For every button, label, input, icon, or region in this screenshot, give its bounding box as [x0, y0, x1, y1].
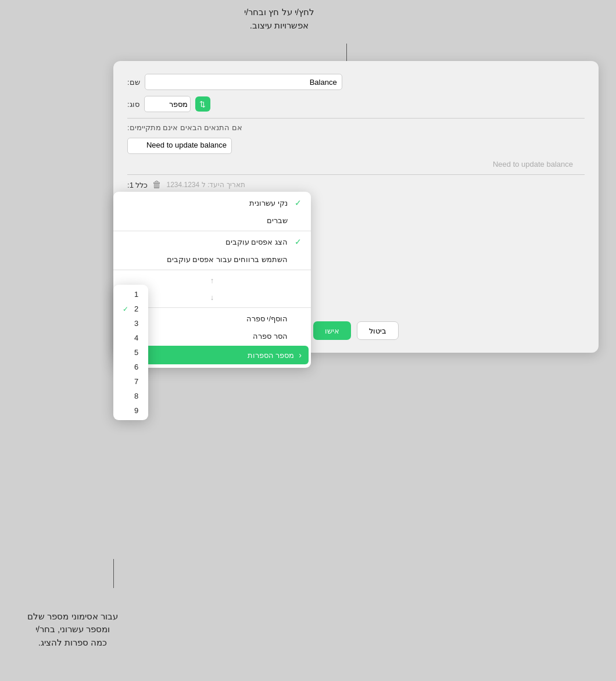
condition-placeholder: Need to update balance	[493, 160, 573, 169]
check-add-digit: ✓	[292, 314, 302, 323]
trash-icon[interactable]: 🗑	[152, 180, 162, 190]
check-6: ✓	[123, 363, 131, 371]
dropdown-divider-1	[113, 231, 311, 231]
submenu-item-3[interactable]: ✓ 3	[113, 316, 148, 331]
name-row: שם:	[127, 74, 585, 90]
annotation-bottom: עבור אסימוני מספר שלם ומספר עשרוני, בחר/…	[17, 610, 128, 650]
submenu-item-4[interactable]: ✓ 4	[113, 331, 148, 345]
submenu-item-7[interactable]: ✓ 7	[113, 374, 148, 389]
check-7: ✓	[123, 378, 131, 386]
condition-placeholder-row: Need to update balance	[127, 160, 585, 169]
type-label: סוג:	[127, 100, 139, 109]
check-5: ✓	[123, 349, 131, 357]
type-row: ⇅ מספר סוג:	[127, 96, 585, 112]
check-1: ✓	[123, 291, 131, 299]
submenu-item-1[interactable]: ✓ 1	[113, 287, 148, 302]
condition-label-row: אם התנאים הבאים אינם מתקיימים:	[127, 123, 585, 132]
check-2: ✓	[123, 305, 131, 313]
condition-label: אם התנאים הבאים אינם מתקיימים:	[127, 123, 242, 132]
check-use-spaces: ✓	[292, 255, 302, 264]
condition-value-row: Need to update balance	[127, 138, 585, 154]
dropdown-item-fractions[interactable]: ✓ שברים	[113, 212, 311, 229]
check-show-zeros: ✓	[292, 237, 302, 246]
submenu-item-9[interactable]: ✓ 9	[113, 403, 148, 418]
dropdown-item-show-zeros[interactable]: ✓ הצג אפסים עוקבים	[113, 233, 311, 250]
submenu-item-8[interactable]: ✓ 8	[113, 389, 148, 403]
check-decimal-clean: ✓	[292, 198, 302, 207]
name-input[interactable]	[145, 74, 342, 90]
date-hint: תאריך היעד: ל‍ 1234.1234	[166, 181, 245, 189]
num-digits-arrow: ‹	[299, 350, 302, 360]
number-submenu: ✓ 1 ✓ 2 ✓ 3 ✓ 4 ✓ 5 ✓ 6 ✓ 7 ✓ 8 ✓ 9	[113, 285, 148, 420]
annotation-top: לחץ/י על חץ ובחר/י אפשרויות עיצוב.	[244, 6, 314, 32]
divider-2	[127, 174, 585, 175]
check-9: ✓	[123, 407, 131, 415]
check-4: ✓	[123, 334, 131, 342]
divider-1	[127, 118, 585, 119]
check-3: ✓	[123, 320, 131, 328]
kll-row: תאריך היעד: ל‍ 1234.1234 🗑 כלל 1:	[127, 180, 585, 190]
kll-label: כלל 1:	[127, 181, 148, 189]
cancel-button[interactable]: ביטול	[357, 321, 399, 340]
dropdown-divider-2	[113, 270, 311, 270]
dropdown-item-use-spaces[interactable]: ✓ השתמש ברווחים עבור אפסים עוקבים	[113, 250, 311, 268]
submenu-item-5[interactable]: ✓ 5	[113, 345, 148, 360]
check-remove-digit: ✓	[292, 331, 302, 340]
dropdown-item-decimal-clean[interactable]: ✓ נקי עשרונית	[113, 194, 311, 212]
submenu-item-6[interactable]: ✓ 6	[113, 360, 148, 374]
type-spinner[interactable]: ⇅	[195, 96, 210, 112]
type-select[interactable]: מספר	[144, 96, 191, 112]
check-fractions: ✓	[292, 216, 302, 225]
annotation-line-bottom	[113, 559, 114, 588]
apply-button[interactable]: אישו	[313, 321, 351, 340]
condition-value-box[interactable]: Need to update balance	[127, 138, 232, 154]
submenu-item-2[interactable]: ✓ 2	[113, 302, 148, 316]
name-label: שם:	[127, 78, 140, 87]
check-8: ✓	[123, 392, 131, 400]
